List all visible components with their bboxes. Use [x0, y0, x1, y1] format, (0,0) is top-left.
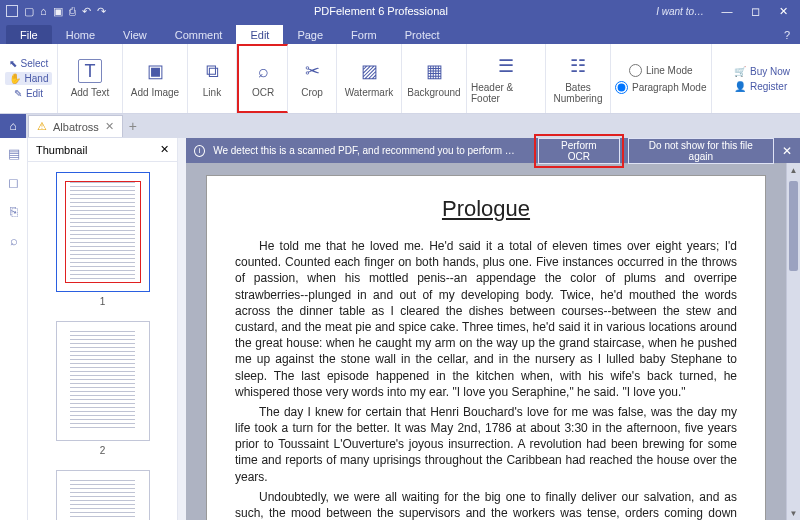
app-icon	[6, 5, 18, 17]
crop-button[interactable]: ✂Crop	[292, 59, 332, 98]
ribbon: ⬉Select ✋Hand ✎Edit TAdd Text ▣Add Image…	[0, 44, 800, 114]
scroll-thumb[interactable]	[789, 181, 798, 271]
document-heading: Prologue	[235, 196, 737, 222]
attachment-rail-icon[interactable]: ⎘	[10, 204, 18, 219]
thumbnail-scrollbar[interactable]	[178, 138, 186, 520]
ribbon-select-group: ⬉Select ✋Hand ✎Edit	[0, 44, 58, 113]
ocr-notice-message: We detect this is a scanned PDF, and rec…	[213, 145, 522, 156]
document-page: Prologue He told me that he loved me. He…	[206, 175, 766, 520]
scroll-down-arrow[interactable]: ▼	[787, 506, 800, 520]
cart-icon: 🛒	[734, 66, 746, 77]
image-icon: ▣	[143, 59, 167, 83]
cursor-icon: ⬉	[9, 58, 17, 69]
menu-view[interactable]: View	[109, 25, 161, 44]
menu-edit[interactable]: Edit	[236, 25, 283, 44]
ribbon-right-group: 🛒Buy Now 👤Register	[724, 44, 800, 113]
minimize-button[interactable]: —	[714, 2, 740, 20]
new-file-icon[interactable]: ▢	[24, 5, 34, 18]
bookmark-rail-icon[interactable]: ◻	[8, 175, 19, 190]
content-area: i We detect this is a scanned PDF, and r…	[186, 138, 800, 520]
user-icon: 👤	[734, 81, 746, 92]
left-rail: ▤ ◻ ⎘ ⌕	[0, 138, 28, 520]
search-rail-icon[interactable]: ⌕	[10, 233, 18, 248]
bates-icon: ☷	[566, 54, 590, 78]
background-icon: ▦	[422, 59, 446, 83]
select-tool[interactable]: ⬉Select	[5, 57, 53, 70]
open-file-icon[interactable]: ⌂	[40, 5, 47, 17]
scroll-up-arrow[interactable]: ▲	[787, 163, 800, 177]
document-tab-strip: ⌂ ⚠ Albatross ✕ +	[0, 114, 800, 138]
thumbnail-panel: Thumbnail ✕ 1 2 3	[28, 138, 178, 520]
thumbnail-page[interactable]: 1	[42, 172, 163, 307]
maximize-button[interactable]: ◻	[742, 2, 768, 20]
add-text-button[interactable]: TAdd Text	[62, 59, 118, 98]
hand-icon: ✋	[9, 73, 21, 84]
page-viewport[interactable]: Prologue He told me that he loved me. He…	[186, 163, 786, 520]
thumbnail-panel-title: Thumbnail	[36, 144, 87, 156]
title-bar: ▢ ⌂ ▣ ⎙ ↶ ↷ PDFelement 6 Professional I …	[0, 0, 800, 22]
watermark-icon: ▨	[357, 59, 381, 83]
print-icon[interactable]: ⎙	[69, 5, 76, 17]
crop-icon: ✂	[300, 59, 324, 83]
menu-comment[interactable]: Comment	[161, 25, 237, 44]
thumbnail-list: 1 2 3	[28, 162, 177, 520]
ocr-icon: ⌕	[251, 59, 275, 83]
app-title: PDFelement 6 Professional	[106, 5, 657, 17]
warning-icon: ⚠	[37, 120, 47, 133]
add-image-button[interactable]: ▣Add Image	[127, 59, 183, 98]
hand-tool[interactable]: ✋Hand	[5, 72, 53, 85]
undo-icon[interactable]: ↶	[82, 5, 91, 18]
ocr-notice-bar: i We detect this is a scanned PDF, and r…	[186, 138, 800, 163]
perform-ocr-button[interactable]: Perform OCR	[538, 138, 620, 164]
link-icon: ⧉	[200, 59, 224, 83]
dismiss-ocr-button[interactable]: Do not show for this file again	[628, 138, 774, 164]
paragraph-mode-radio[interactable]: Paragraph Mode	[615, 81, 707, 94]
header-footer-button[interactable]: ☰Header & Footer	[471, 54, 541, 104]
vertical-scrollbar[interactable]: ▲ ▼	[786, 163, 800, 520]
bates-numbering-button[interactable]: ☷Bates Numbering	[550, 54, 606, 104]
save-icon[interactable]: ▣	[53, 5, 63, 18]
thumbnail-rail-icon[interactable]: ▤	[8, 146, 20, 161]
link-button[interactable]: ⧉Link	[192, 59, 232, 98]
thumbnail-page[interactable]: 3	[42, 470, 163, 520]
menu-form[interactable]: Form	[337, 25, 391, 44]
edit-mode-group: Line Mode Paragraph Mode	[611, 44, 712, 113]
menu-file[interactable]: File	[6, 25, 52, 44]
new-tab-button[interactable]: +	[129, 118, 137, 134]
notice-close-icon[interactable]: ✕	[782, 144, 792, 158]
header-footer-icon: ☰	[494, 54, 518, 78]
i-want-to-field[interactable]: I want to…	[656, 6, 704, 17]
menu-page[interactable]: Page	[283, 25, 337, 44]
buy-now-link[interactable]: 🛒Buy Now	[734, 66, 790, 77]
line-mode-radio[interactable]: Line Mode	[629, 64, 693, 77]
menu-bar: File Home View Comment Edit Page Form Pr…	[0, 22, 800, 44]
text-icon: T	[78, 59, 102, 83]
menu-protect[interactable]: Protect	[391, 25, 454, 44]
background-button[interactable]: ▦Background	[406, 59, 462, 98]
document-tab[interactable]: ⚠ Albatross ✕	[28, 115, 123, 137]
document-paragraph: The day I knew for certain that Henri Bo…	[235, 404, 737, 485]
document-paragraph: He told me that he loved me. He'd said i…	[235, 238, 737, 400]
pencil-icon: ✎	[14, 88, 22, 99]
close-button[interactable]: ✕	[770, 2, 796, 20]
redo-icon[interactable]: ↷	[97, 5, 106, 18]
menu-home[interactable]: Home	[52, 25, 109, 44]
thumbnail-page[interactable]: 2	[42, 321, 163, 456]
help-icon[interactable]: ?	[784, 29, 790, 44]
watermark-button[interactable]: ▨Watermark	[341, 59, 397, 98]
edit-tool[interactable]: ✎Edit	[10, 87, 47, 100]
quick-access-toolbar: ▢ ⌂ ▣ ⎙ ↶ ↷	[6, 5, 106, 18]
tab-home-button[interactable]: ⌂	[0, 114, 26, 138]
info-icon: i	[194, 145, 205, 157]
work-area: ▤ ◻ ⎘ ⌕ Thumbnail ✕ 1 2 3 i We detect th…	[0, 138, 800, 520]
tab-close-icon[interactable]: ✕	[105, 120, 114, 133]
thumbnail-panel-close-icon[interactable]: ✕	[160, 143, 169, 156]
document-tab-label: Albatross	[53, 121, 99, 133]
ocr-button[interactable]: ⌕OCR	[243, 59, 283, 98]
document-paragraph: Undoubtedly, we were all waiting for the…	[235, 489, 737, 520]
register-link[interactable]: 👤Register	[734, 81, 790, 92]
